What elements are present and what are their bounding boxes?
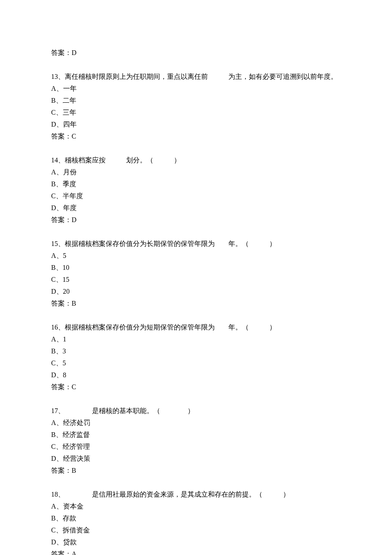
option-c: C、三年 xyxy=(51,107,341,119)
option-b: B、存款 xyxy=(51,512,341,524)
question-stem: 17、 是稽核的基本职能。（ ） xyxy=(51,405,341,417)
option-c: C、15 xyxy=(51,274,341,286)
answer-label: 答案：A xyxy=(51,548,341,555)
option-d: D、贷款 xyxy=(51,536,341,548)
question-14: 14、稽核档案应按 划分。（ ） A、月份 B、季度 C、半年度 D、年度 答案… xyxy=(51,154,341,226)
option-c: C、经济管理 xyxy=(51,441,341,453)
option-d: D、年度 xyxy=(51,202,341,214)
option-b: B、季度 xyxy=(51,178,341,190)
option-b: B、经济监督 xyxy=(51,429,341,441)
option-d: D、四年 xyxy=(51,119,341,130)
question-stem: 15、根据稽核档案保存价值分为长期保管的保管年限为 年。（ ） xyxy=(51,238,341,250)
option-c: C、5 xyxy=(51,357,341,369)
option-a: A、一年 xyxy=(51,83,341,95)
question-stem: 14、稽核档案应按 划分。（ ） xyxy=(51,154,341,166)
option-b: B、10 xyxy=(51,262,341,274)
option-a: A、资本金 xyxy=(51,500,341,512)
question-stem: 18、 是信用社最原始的资金来源，是其成立和存在的前提。（ ） xyxy=(51,489,341,500)
option-a: A、经济处罚 xyxy=(51,417,341,429)
option-d: D、8 xyxy=(51,369,341,381)
answer-label: 答案：C xyxy=(51,381,341,393)
option-c: C、拆借资金 xyxy=(51,524,341,536)
question-stem: 13、离任稽核时限原则上为任职期间，重点以离任前 为主，如有必要可追溯到以前年度… xyxy=(51,71,341,83)
option-b: B、二年 xyxy=(51,95,341,107)
option-d: D、经营决策 xyxy=(51,453,341,465)
orphan-answer: 答案：D xyxy=(51,47,341,59)
question-13: 13、离任稽核时限原则上为任职期间，重点以离任前 为主，如有必要可追溯到以前年度… xyxy=(51,71,341,142)
answer-label: 答案：D xyxy=(51,214,341,226)
option-a: A、5 xyxy=(51,250,341,262)
question-16: 16、根据稽核档案保存价值分为短期保管的保管年限为 年。（ ） A、1 B、3 … xyxy=(51,321,341,393)
question-17: 17、 是稽核的基本职能。（ ） A、经济处罚 B、经济监督 C、经济管理 D、… xyxy=(51,405,341,477)
answer-label: 答案：C xyxy=(51,130,341,142)
option-a: A、1 xyxy=(51,333,341,345)
option-c: C、半年度 xyxy=(51,190,341,202)
option-d: D、20 xyxy=(51,286,341,298)
question-15: 15、根据稽核档案保存价值分为长期保管的保管年限为 年。（ ） A、5 B、10… xyxy=(51,238,341,309)
question-stem: 16、根据稽核档案保存价值分为短期保管的保管年限为 年。（ ） xyxy=(51,321,341,333)
option-b: B、3 xyxy=(51,345,341,357)
answer-label: 答案：B xyxy=(51,465,341,477)
question-18: 18、 是信用社最原始的资金来源，是其成立和存在的前提。（ ） A、资本金 B、… xyxy=(51,489,341,555)
answer-label: 答案：B xyxy=(51,298,341,309)
option-a: A、月份 xyxy=(51,166,341,178)
